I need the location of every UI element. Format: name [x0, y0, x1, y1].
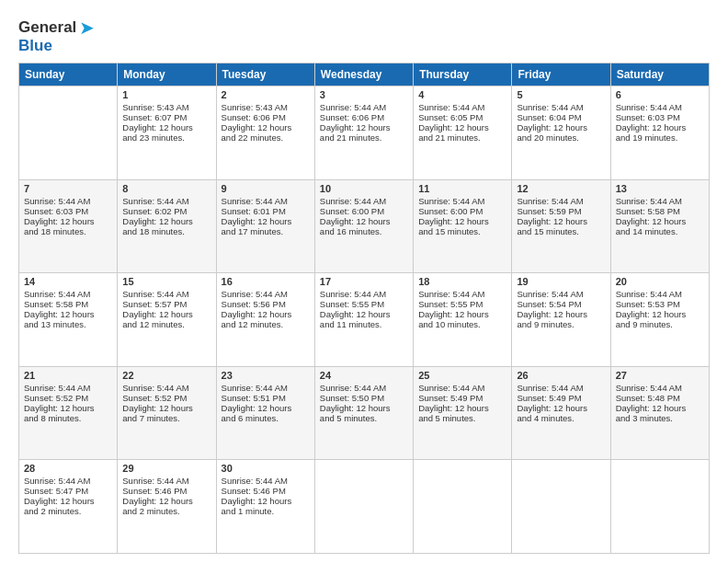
day-cell: 30Sunrise: 5:44 AMSunset: 5:46 PMDayligh… [216, 460, 314, 554]
col-header-saturday: Saturday [610, 63, 709, 86]
day-number: 27 [616, 370, 704, 381]
day-info-line: Daylight: 12 hours [222, 122, 310, 132]
day-cell: 20Sunrise: 5:44 AMSunset: 5:53 PMDayligh… [610, 273, 709, 367]
col-header-thursday: Thursday [414, 63, 512, 86]
day-number: 25 [418, 370, 506, 381]
day-number: 18 [418, 276, 506, 287]
day-cell: 24Sunrise: 5:44 AMSunset: 5:50 PMDayligh… [314, 366, 413, 460]
day-cell: 19Sunrise: 5:44 AMSunset: 5:54 PMDayligh… [512, 273, 610, 367]
day-info-line: Sunset: 5:49 PM [517, 393, 605, 403]
day-info-line: Sunrise: 5:44 AM [517, 383, 605, 393]
day-info-line: Sunset: 5:57 PM [122, 299, 210, 309]
day-number: 2 [222, 89, 310, 100]
day-number: 12 [517, 183, 605, 194]
day-info-line: Sunset: 6:05 PM [418, 112, 506, 122]
day-info-line: Sunset: 6:02 PM [122, 206, 210, 216]
day-info-line: Sunrise: 5:44 AM [24, 289, 112, 299]
day-info-line: Sunrise: 5:44 AM [222, 289, 310, 299]
day-info-line: Daylight: 12 hours [616, 216, 704, 226]
day-info-line: Daylight: 12 hours [24, 216, 112, 226]
day-info-line: Sunset: 5:56 PM [222, 299, 310, 309]
day-info-line: Sunrise: 5:44 AM [517, 102, 605, 112]
day-info-line: Daylight: 12 hours [122, 403, 210, 413]
day-number: 10 [320, 183, 408, 194]
day-number: 16 [222, 276, 310, 287]
week-row-1: 1Sunrise: 5:43 AMSunset: 6:07 PMDaylight… [19, 86, 710, 180]
day-number: 20 [616, 276, 704, 287]
day-info-line: Sunset: 6:03 PM [616, 112, 704, 122]
week-row-4: 21Sunrise: 5:44 AMSunset: 5:52 PMDayligh… [19, 366, 710, 460]
day-info-line: Sunrise: 5:44 AM [320, 102, 408, 112]
day-number: 30 [222, 463, 310, 474]
day-number: 19 [517, 276, 605, 287]
col-header-wednesday: Wednesday [314, 63, 413, 86]
day-info-line: Sunrise: 5:44 AM [122, 383, 210, 393]
day-info-line: Sunset: 6:07 PM [122, 112, 210, 122]
day-info-line: and 7 minutes. [122, 413, 210, 423]
day-cell [610, 460, 709, 554]
day-info-line: and 23 minutes. [122, 132, 210, 143]
week-row-2: 7Sunrise: 5:44 AMSunset: 6:03 PMDaylight… [19, 179, 710, 273]
day-cell: 2Sunrise: 5:43 AMSunset: 6:06 PMDaylight… [216, 86, 314, 180]
day-info-line: and 2 minutes. [122, 506, 210, 516]
day-cell: 9Sunrise: 5:44 AMSunset: 6:01 PMDaylight… [216, 179, 314, 273]
day-info-line: Sunset: 5:49 PM [418, 393, 506, 403]
day-info-line: and 11 minutes. [320, 319, 408, 329]
day-number: 11 [418, 183, 506, 194]
calendar-table: SundayMondayTuesdayWednesdayThursdayFrid… [18, 63, 710, 554]
day-cell [414, 460, 512, 554]
day-info-line: Sunrise: 5:44 AM [517, 196, 605, 206]
col-header-sunday: Sunday [19, 63, 118, 86]
day-info-line: Sunset: 5:58 PM [24, 299, 112, 309]
day-cell: 4Sunrise: 5:44 AMSunset: 6:05 PMDaylight… [414, 86, 512, 180]
day-info-line: Daylight: 12 hours [222, 309, 310, 319]
header-row: SundayMondayTuesdayWednesdayThursdayFrid… [19, 63, 710, 86]
day-number: 26 [517, 370, 605, 381]
day-cell: 27Sunrise: 5:44 AMSunset: 5:48 PMDayligh… [610, 366, 709, 460]
day-info-line: and 5 minutes. [320, 413, 408, 423]
header: General ➤ Blue [18, 17, 710, 55]
day-info-line: Daylight: 12 hours [24, 309, 112, 319]
day-cell: 25Sunrise: 5:44 AMSunset: 5:49 PMDayligh… [414, 366, 512, 460]
day-info-line: and 3 minutes. [616, 413, 704, 423]
day-info-line: Daylight: 12 hours [122, 496, 210, 506]
day-info-line: Sunset: 6:06 PM [320, 112, 408, 122]
day-number: 22 [122, 370, 210, 381]
day-number: 6 [616, 89, 704, 100]
logo-general: General [18, 18, 76, 37]
day-cell: 18Sunrise: 5:44 AMSunset: 5:55 PMDayligh… [414, 273, 512, 367]
day-info-line: Sunrise: 5:44 AM [616, 289, 704, 299]
day-info-line: Daylight: 12 hours [616, 309, 704, 319]
day-info-line: Daylight: 12 hours [418, 216, 506, 226]
logo-text-block: General ➤ Blue [18, 17, 95, 55]
day-number: 7 [24, 183, 112, 194]
day-info-line: Sunrise: 5:44 AM [418, 289, 506, 299]
col-header-friday: Friday [512, 63, 610, 86]
day-info-line: Sunrise: 5:44 AM [122, 196, 210, 206]
day-info-line: Sunrise: 5:44 AM [122, 289, 210, 299]
day-info-line: Sunrise: 5:43 AM [122, 102, 210, 112]
day-cell [512, 460, 610, 554]
day-info-line: and 1 minute. [222, 506, 310, 516]
day-info-line: and 18 minutes. [24, 226, 112, 236]
day-info-line: Sunrise: 5:44 AM [517, 289, 605, 299]
day-info-line: Sunrise: 5:43 AM [222, 102, 310, 112]
day-info-line: and 4 minutes. [517, 413, 605, 423]
week-row-3: 14Sunrise: 5:44 AMSunset: 5:58 PMDayligh… [19, 273, 710, 367]
day-info-line: Daylight: 12 hours [24, 403, 112, 413]
day-info-line: Daylight: 12 hours [122, 216, 210, 226]
day-info-line: Sunrise: 5:44 AM [418, 102, 506, 112]
day-info-line: Sunrise: 5:44 AM [616, 383, 704, 393]
day-cell: 10Sunrise: 5:44 AMSunset: 6:00 PMDayligh… [314, 179, 413, 273]
day-number: 28 [24, 463, 112, 474]
day-number: 15 [122, 276, 210, 287]
day-info-line: Sunrise: 5:44 AM [418, 196, 506, 206]
day-info-line: Sunrise: 5:44 AM [222, 476, 310, 486]
day-cell: 12Sunrise: 5:44 AMSunset: 5:59 PMDayligh… [512, 179, 610, 273]
day-cell: 14Sunrise: 5:44 AMSunset: 5:58 PMDayligh… [19, 273, 118, 367]
day-cell: 26Sunrise: 5:44 AMSunset: 5:49 PMDayligh… [512, 366, 610, 460]
day-info-line: Sunset: 5:46 PM [222, 486, 310, 496]
logo-blue: Blue [18, 37, 95, 55]
day-cell [314, 460, 413, 554]
day-cell: 15Sunrise: 5:44 AMSunset: 5:57 PMDayligh… [118, 273, 216, 367]
